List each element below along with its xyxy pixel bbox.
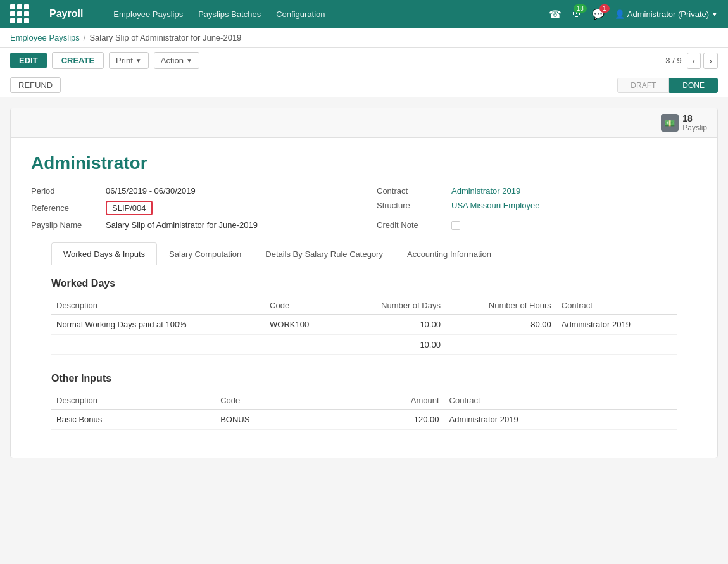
next-page-button[interactable]: › [703,53,718,69]
row-contract: Administrator 2019 [556,315,677,335]
action-button[interactable]: Action ▼ [154,52,199,69]
tab-worked-days[interactable]: Worked Days & Inputs [51,242,157,265]
top-navigation: Payroll Employee Payslips Payslips Batch… [0,0,728,28]
total-empty-1 [51,335,265,355]
structure-value[interactable]: USA Missouri Employee [451,201,539,210]
col-amount-inputs: Amount [331,392,444,410]
activity-icon[interactable]: ⏱ 18 [572,8,582,20]
field-contract: Contract Administrator 2019 [377,186,697,196]
action-bar: EDIT CREATE Print ▼ Action ▼ 3 / 9 ‹ › [0,48,728,73]
input-description: Basic Bonus [51,410,215,430]
reference-label: Reference [31,203,101,213]
total-empty-3 [446,335,556,355]
print-caret-icon: ▼ [135,57,142,64]
payslip-dollar-icon: 💵 [661,114,679,132]
payslip-name-value: Salary Slip of Administrator for June-20… [106,220,258,230]
tab-details[interactable]: Details By Salary Rule Category [253,242,395,265]
status-done[interactable]: DONE [669,78,718,93]
col-description: Description [51,297,265,315]
worked-days-table: Description Code Number of Days Number o… [51,297,677,355]
activity-badge: 18 [574,4,587,13]
total-empty-2 [265,335,340,355]
period-value: 06/15/2019 - 06/30/2019 [106,186,196,196]
row-code: WORK100 [265,315,340,335]
employee-name: Administrator [31,153,697,173]
app-name: Payroll [49,8,83,20]
print-label: Print [116,56,133,65]
field-credit-note: Credit Note [377,220,697,230]
field-payslip-name: Payslip Name Salary Slip of Administrato… [31,220,351,230]
tabs: Worked Days & Inputs Salary Computation … [51,242,677,265]
form-card: 💵 18 Payslip Administrator Period 06/15/… [10,108,718,458]
payslip-count-container: 18 Payslip [682,113,707,132]
payslip-count: 18 [682,113,707,123]
phone-icon[interactable]: ☎ [549,8,562,20]
user-menu[interactable]: 👤 Administrator (Private) ▼ [615,9,718,19]
form-fields: Period 06/15/2019 - 06/30/2019 Contract … [31,186,697,230]
row-num-days: 10.00 [340,315,446,335]
other-inputs-heading: Other Inputs [51,373,677,384]
contract-label: Contract [377,186,446,196]
breadcrumb: Employee Payslips / Salary Slip of Admin… [0,28,728,48]
status-draft[interactable]: DRAFT [617,78,669,93]
row-num-hours: 80.00 [446,315,556,335]
total-empty-4 [556,335,677,355]
reference-value[interactable]: SLIP/004 [106,201,153,215]
worked-days-header-row: Description Code Number of Days Number o… [51,297,677,315]
nav-links: Employee Payslips Payslips Batches Confi… [113,9,533,19]
form-body: Administrator Period 06/15/2019 - 06/30/… [11,138,717,458]
col-code-inputs: Code [215,392,331,410]
field-structure: Structure USA Missouri Employee [377,201,697,215]
input-code: BONUS [215,410,331,430]
user-icon: 👤 [615,9,625,19]
credit-note-checkbox[interactable] [451,221,460,230]
create-button[interactable]: CREATE [52,52,104,69]
edit-button[interactable]: EDIT [10,53,47,68]
app-grid-icon[interactable] [10,4,29,23]
chat-badge: 1 [599,4,610,13]
breadcrumb-separator: / [84,33,86,42]
user-label: Administrator (Private) [627,9,709,19]
action-label: Action [161,56,184,65]
main-content: 💵 18 Payslip Administrator Period 06/15/… [0,97,728,468]
col-contract-inputs: Contract [444,392,677,410]
col-code: Code [265,297,340,315]
status-bar: REFUND DRAFT DONE [0,73,728,97]
field-reference: Reference SLIP/004 [31,201,351,215]
tab-content-worked-days: Worked Days Description Code Number of D… [31,265,697,442]
col-num-days: Number of Days [340,297,446,315]
employee-payslips-nav[interactable]: Employee Payslips [113,9,183,19]
input-contract: Administrator 2019 [444,410,677,430]
worked-days-total-row: 10.00 [51,335,677,355]
row-description: Normal Working Days paid at 100% [51,315,265,335]
print-button[interactable]: Print ▼ [109,52,149,69]
payslip-counter-badge: 💵 18 Payslip [661,113,707,132]
pagination: 3 / 9 ‹ › [665,53,718,69]
period-label: Period [31,186,101,196]
payslip-name-label: Payslip Name [31,220,101,230]
worked-days-total: 10.00 [340,335,446,355]
tab-salary-computation[interactable]: Salary Computation [157,242,253,265]
breadcrumb-parent[interactable]: Employee Payslips [10,33,80,42]
page-count: 3 / 9 [665,56,681,65]
card-top-bar: 💵 18 Payslip [11,108,717,138]
field-period: Period 06/15/2019 - 06/30/2019 [31,186,351,196]
structure-label: Structure [377,201,446,210]
chat-icon[interactable]: 💬 1 [592,8,605,20]
payslips-batches-nav[interactable]: Payslips Batches [198,9,261,19]
col-num-hours: Number of Hours [446,297,556,315]
input-amount: 120.00 [331,410,444,430]
other-inputs-header-row: Description Code Amount Contract [51,392,677,410]
configuration-nav[interactable]: Configuration [276,9,325,19]
table-row[interactable]: Basic Bonus BONUS 120.00 Administrator 2… [51,410,677,430]
col-desc-inputs: Description [51,392,215,410]
nav-right-actions: ☎ ⏱ 18 💬 1 👤 Administrator (Private) ▼ [549,8,718,20]
col-contract: Contract [556,297,677,315]
tab-accounting[interactable]: Accounting Information [395,242,503,265]
status-pipeline: DRAFT DONE [617,78,718,93]
breadcrumb-current: Salary Slip of Administrator for June-20… [89,33,241,42]
contract-value[interactable]: Administrator 2019 [451,186,520,196]
prev-page-button[interactable]: ‹ [687,53,701,69]
table-row[interactable]: Normal Working Days paid at 100% WORK100… [51,315,677,335]
refund-button[interactable]: REFUND [10,77,61,93]
